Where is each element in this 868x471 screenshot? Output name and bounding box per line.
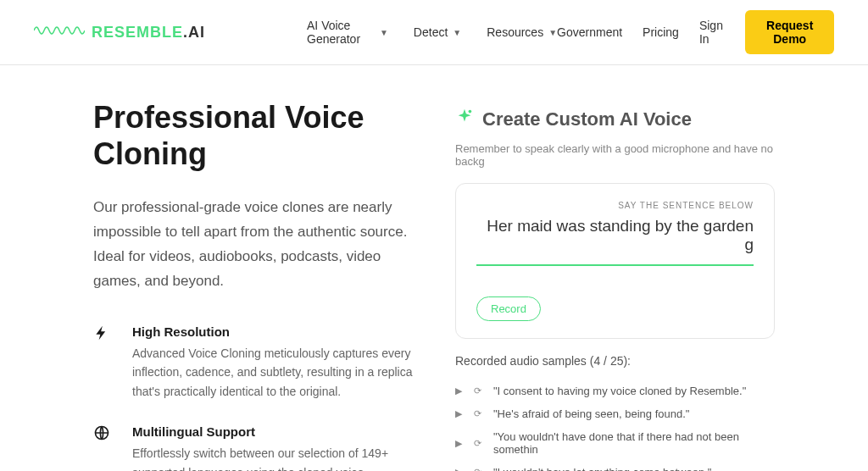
nav-voice-generator[interactable]: AI Voice Generator ▼ (307, 19, 388, 46)
sentence-text: Her maid was standing by the garden g (476, 217, 754, 266)
nav-label: Detect (414, 25, 448, 39)
sample-row: ▶ ⟳ "I wouldn't have let anything come b… (455, 461, 775, 471)
globe-icon (93, 424, 117, 471)
main-content: Professional Voice Cloning Our professio… (0, 65, 868, 471)
refresh-icon[interactable]: ⟳ (474, 438, 481, 449)
feature-title: High Resolution (132, 324, 413, 339)
right-column: Create Custom AI Voice Remember to speak… (455, 99, 775, 471)
left-column: Professional Voice Cloning Our professio… (93, 99, 413, 471)
sample-row: ▶ ⟳ "He's afraid of being seen, being fo… (455, 402, 775, 425)
record-button[interactable]: Record (476, 296, 541, 321)
sample-row: ▶ ⟳ "You wouldn't have done that if ther… (455, 425, 775, 461)
nav-right: Government Pricing Sign In Request Demo (557, 10, 834, 54)
nav-signin[interactable]: Sign In (699, 19, 726, 46)
logo-text: RESEMBLE.AI (92, 24, 205, 42)
chevron-down-icon: ▼ (548, 28, 557, 37)
nav-detect[interactable]: Detect ▼ (414, 19, 461, 46)
play-icon[interactable]: ▶ (455, 467, 462, 471)
bolt-icon (93, 324, 117, 401)
samples-title: Recorded audio samples (4 / 25): (455, 354, 775, 368)
refresh-icon[interactable]: ⟳ (474, 385, 481, 396)
nav-center: AI Voice Generator ▼ Detect ▼ Resources … (307, 19, 557, 46)
voice-title: Create Custom AI Voice (482, 108, 692, 130)
chevron-down-icon: ▼ (453, 28, 461, 37)
feature-desc: Effortlessly switch between our selectio… (132, 444, 413, 471)
logo[interactable]: RESEMBLE.AI (34, 20, 205, 45)
nav-pricing[interactable]: Pricing (643, 25, 679, 39)
play-icon[interactable]: ▶ (455, 385, 462, 396)
chevron-down-icon: ▼ (380, 28, 388, 37)
play-icon[interactable]: ▶ (455, 438, 462, 449)
svg-point-1 (469, 110, 472, 114)
header: RESEMBLE.AI AI Voice Generator ▼ Detect … (0, 0, 868, 65)
sample-text: "I consent to having my voice cloned by … (493, 385, 746, 397)
nav-resources[interactable]: Resources ▼ (487, 19, 557, 46)
feature-multilingual: Multilingual Support Effortlessly switch… (93, 424, 413, 471)
page-title: Professional Voice Cloning (93, 99, 413, 172)
sparkle-icon (455, 108, 474, 130)
voice-hint: Remember to speak clearly with a good mi… (455, 142, 775, 168)
nav-government[interactable]: Government (557, 25, 622, 39)
play-icon[interactable]: ▶ (455, 408, 462, 419)
recording-card: SAY THE SENTENCE BELOW Her maid was stan… (455, 183, 775, 339)
logo-wave-icon (34, 20, 85, 45)
nav-label: AI Voice Generator (307, 19, 375, 46)
sample-text: "He's afraid of being seen, being found.… (493, 407, 689, 420)
nav-label: Resources (487, 25, 543, 39)
request-demo-button[interactable]: Request Demo (745, 10, 834, 54)
card-label: SAY THE SENTENCE BELOW (476, 201, 754, 210)
feature-title: Multilingual Support (132, 424, 413, 439)
refresh-icon[interactable]: ⟳ (474, 408, 481, 419)
refresh-icon[interactable]: ⟳ (474, 467, 481, 471)
page-subtitle: Our professional-grade voice clones are … (93, 196, 413, 294)
sample-row: ▶ ⟳ "I consent to having my voice cloned… (455, 380, 775, 402)
sample-text: "I wouldn't have let anything come betwe… (493, 466, 711, 471)
feature-desc: Advanced Voice Cloning meticulously capt… (132, 344, 413, 401)
sample-text: "You wouldn't have done that if there ha… (493, 430, 775, 456)
feature-high-resolution: High Resolution Advanced Voice Cloning m… (93, 324, 413, 401)
voice-header: Create Custom AI Voice (455, 108, 775, 130)
